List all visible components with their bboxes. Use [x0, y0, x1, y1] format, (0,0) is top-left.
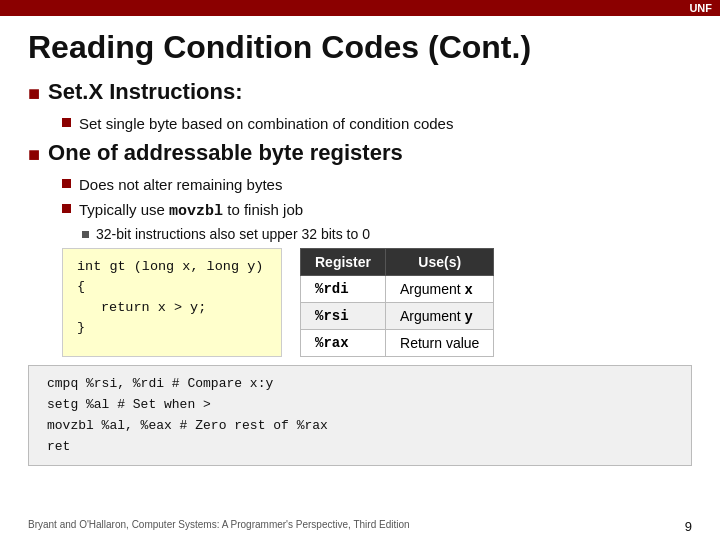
sub-sub-32bit-text: 32-bit instructions also set upper 32 bi…	[96, 226, 370, 242]
sub-bullet-noalter: Does not alter remaining bytes	[62, 174, 692, 195]
reg-rax: %rax	[301, 330, 386, 357]
main-content: Reading Condition Codes (Cont.) ■ Set.X …	[0, 16, 720, 484]
table-row: %rsi Argument y	[301, 303, 494, 330]
bullet1-icon: ■	[28, 81, 40, 105]
bullet1-label: Set.X Instructions:	[48, 79, 242, 105]
university-label: UNF	[689, 2, 712, 14]
sub-bullet-movzbl-text: Typically use movzbl to finish job	[79, 199, 303, 222]
code-line2: {	[77, 277, 267, 297]
sub-sub-bullet-32bit: 32-bit instructions also set upper 32 bi…	[82, 226, 692, 242]
movzbl-code: movzbl	[169, 203, 223, 220]
reg-rsi: %rsi	[301, 303, 386, 330]
footer: Bryant and O'Hallaron, Computer Systems:…	[0, 519, 720, 534]
table-row: %rdi Argument x	[301, 276, 494, 303]
use-rsi: Argument y	[386, 303, 494, 330]
register-table: Register Use(s) %rdi Argument x %rsi Arg…	[300, 248, 494, 357]
sub-bullet-setx: Set single byte based on combination of …	[62, 113, 692, 134]
page-number: 9	[685, 519, 692, 534]
sub-sub-square1	[82, 231, 89, 238]
asm-line3: movzbl %al, %eax # Zero rest of %rax	[47, 416, 673, 437]
reg-table-header-register: Register	[301, 249, 386, 276]
bullet1: ■ Set.X Instructions:	[28, 79, 692, 105]
asm-line1: cmpq %rsi, %rdi # Compare x:y	[47, 374, 673, 395]
sub-bullet-square3	[62, 204, 71, 213]
sub-bullet-noalter-text: Does not alter remaining bytes	[79, 174, 282, 195]
code-line4: }	[77, 318, 267, 338]
reg-table-header-use: Use(s)	[386, 249, 494, 276]
table-row: %rax Return value	[301, 330, 494, 357]
use-rdi: Argument x	[386, 276, 494, 303]
bullet2-label: One of addressable byte registers	[48, 140, 403, 166]
asm-line2: setg %al # Set when >	[47, 395, 673, 416]
asm-block: cmpq %rsi, %rdi # Compare x:y setg %al #…	[28, 365, 692, 466]
sub-bullet-movzbl: Typically use movzbl to finish job	[62, 199, 692, 222]
bullet2-icon: ■	[28, 142, 40, 166]
arg-x: x	[465, 281, 473, 297]
code-block: int gt (long x, long y) { return x > y; …	[62, 248, 282, 357]
sub-bullet-square2	[62, 179, 71, 188]
bullet1-subbullets: Set single byte based on combination of …	[62, 113, 692, 134]
footer-citation: Bryant and O'Hallaron, Computer Systems:…	[28, 519, 410, 534]
code-line1: int gt (long x, long y)	[77, 257, 267, 277]
sub-bullet-square1	[62, 118, 71, 127]
use-rax: Return value	[386, 330, 494, 357]
slide-title: Reading Condition Codes (Cont.)	[28, 30, 692, 65]
bullet2-subbullets: Does not alter remaining bytes Typically…	[62, 174, 692, 242]
reg-rdi: %rdi	[301, 276, 386, 303]
arg-y: y	[465, 308, 473, 324]
code-line3: return x > y;	[77, 298, 267, 318]
register-table-container: Register Use(s) %rdi Argument x %rsi Arg…	[300, 248, 494, 357]
top-bar: UNF	[0, 0, 720, 16]
code-table-row: int gt (long x, long y) { return x > y; …	[62, 248, 692, 357]
sub-sub-bullets: 32-bit instructions also set upper 32 bi…	[82, 226, 692, 242]
bullet2: ■ One of addressable byte registers	[28, 140, 692, 166]
sub-bullet-setx-text: Set single byte based on combination of …	[79, 113, 453, 134]
asm-line4: ret	[47, 437, 673, 458]
